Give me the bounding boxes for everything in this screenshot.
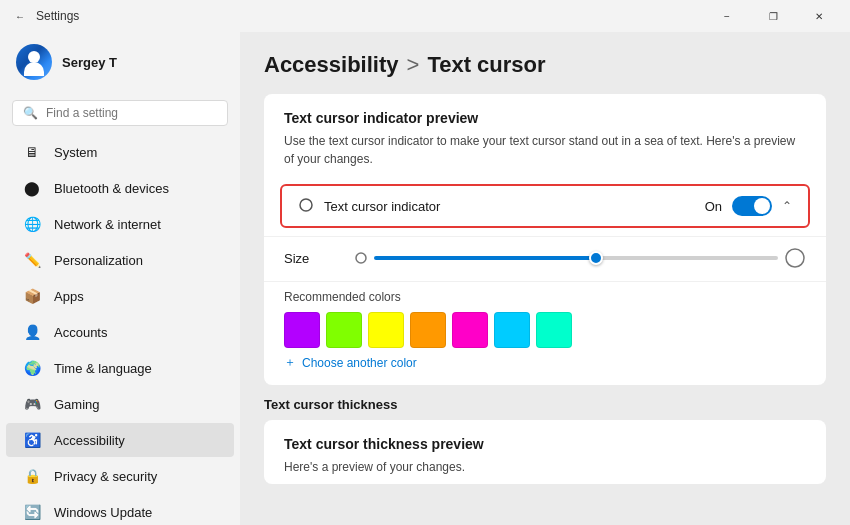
sidebar-item-label: Time & language (54, 361, 152, 376)
window-title: Settings (36, 9, 79, 23)
color-swatch[interactable] (410, 312, 446, 348)
apps-icon: 📦 (22, 286, 42, 306)
size-slider-container (354, 247, 806, 269)
color-swatch[interactable] (494, 312, 530, 348)
sidebar-item-windowsupdate[interactable]: 🔄 Windows Update (6, 495, 234, 525)
toggle-on-label: On (705, 199, 722, 214)
color-swatch[interactable] (452, 312, 488, 348)
color-swatch[interactable] (536, 312, 572, 348)
sidebar: Sergey T 🔍 🖥 System ⬤ Bluetooth & device… (0, 32, 240, 525)
back-button[interactable]: ← (12, 8, 28, 24)
thickness-card-desc: Here's a preview of your changes. (284, 458, 806, 476)
accessibility-icon: ♿ (22, 430, 42, 450)
sidebar-item-apps[interactable]: 📦 Apps (6, 279, 234, 313)
color-swatch[interactable] (326, 312, 362, 348)
sidebar-item-bluetooth[interactable]: ⬤ Bluetooth & devices (6, 171, 234, 205)
user-name: Sergey T (62, 55, 117, 70)
toggle-row: Text cursor indicator On ⌃ (280, 184, 810, 228)
main-content: Accessibility > Text cursor Text cursor … (240, 32, 850, 525)
size-label: Size (284, 251, 344, 266)
minimize-button[interactable]: − (704, 0, 750, 32)
card-header: Text cursor indicator preview Use the te… (264, 94, 826, 176)
system-icon: 🖥 (22, 142, 42, 162)
sidebar-item-accounts[interactable]: 👤 Accounts (6, 315, 234, 349)
preview-card-desc: Use the text cursor indicator to make yo… (284, 132, 806, 168)
accounts-icon: 👤 (22, 322, 42, 342)
titlebar: ← Settings − ❐ ✕ (0, 0, 850, 32)
sidebar-item-label: Gaming (54, 397, 100, 412)
sidebar-item-label: Windows Update (54, 505, 152, 520)
svg-point-0 (300, 199, 312, 211)
plus-icon: ＋ (284, 354, 296, 371)
thickness-card: Text cursor thickness preview Here's a p… (264, 420, 826, 484)
sidebar-item-label: Accessibility (54, 433, 125, 448)
window-controls: − ❐ ✕ (704, 0, 842, 32)
sidebar-item-label: System (54, 145, 97, 160)
sidebar-item-gaming[interactable]: 🎮 Gaming (6, 387, 234, 421)
sidebar-item-accessibility[interactable]: ♿ Accessibility (6, 423, 234, 457)
thickness-section-label: Text cursor thickness (264, 397, 826, 412)
cursor-indicator-toggle[interactable] (732, 196, 772, 216)
search-icon: 🔍 (23, 106, 38, 120)
sidebar-item-label: Bluetooth & devices (54, 181, 169, 196)
titlebar-left: ← Settings (12, 8, 79, 24)
close-button[interactable]: ✕ (796, 0, 842, 32)
sidebar-item-label: Personalization (54, 253, 143, 268)
colors-row: Recommended colors ＋ Choose another colo… (264, 281, 826, 385)
titlebar-nav: ← (12, 8, 28, 24)
privacy-icon: 🔒 (22, 466, 42, 486)
sidebar-item-personalization[interactable]: ✏️ Personalization (6, 243, 234, 277)
thickness-card-title: Text cursor thickness preview (284, 436, 806, 452)
user-profile[interactable]: Sergey T (0, 32, 240, 92)
sidebar-item-label: Network & internet (54, 217, 161, 232)
app-body: Sergey T 🔍 🖥 System ⬤ Bluetooth & device… (0, 32, 850, 525)
avatar (16, 44, 52, 80)
sidebar-item-label: Accounts (54, 325, 107, 340)
cursor-large-icon (784, 247, 806, 269)
cursor-indicator-icon (298, 197, 314, 216)
color-swatch[interactable] (368, 312, 404, 348)
restore-button[interactable]: ❐ (750, 0, 796, 32)
svg-point-2 (786, 249, 804, 267)
breadcrumb: Accessibility > Text cursor (264, 52, 826, 78)
cursor-small-icon (354, 251, 368, 265)
size-slider[interactable] (374, 256, 778, 260)
network-icon: 🌐 (22, 214, 42, 234)
preview-card-title: Text cursor indicator preview (284, 110, 806, 126)
breadcrumb-separator: > (407, 52, 420, 78)
sidebar-item-privacy[interactable]: 🔒 Privacy & security (6, 459, 234, 493)
bluetooth-icon: ⬤ (22, 178, 42, 198)
windowsupdate-icon: 🔄 (22, 502, 42, 522)
sidebar-item-label: Apps (54, 289, 84, 304)
gaming-icon: 🎮 (22, 394, 42, 414)
color-swatches (284, 312, 806, 348)
search-input[interactable] (46, 106, 217, 120)
thickness-card-header: Text cursor thickness preview Here's a p… (264, 420, 826, 484)
color-swatch[interactable] (284, 312, 320, 348)
sidebar-item-system[interactable]: 🖥 System (6, 135, 234, 169)
personalization-icon: ✏️ (22, 250, 42, 270)
sidebar-item-network[interactable]: 🌐 Network & internet (6, 207, 234, 241)
breadcrumb-current: Text cursor (427, 52, 545, 78)
breadcrumb-parent[interactable]: Accessibility (264, 52, 399, 78)
add-color-button[interactable]: ＋ Choose another color (284, 354, 806, 371)
search-box[interactable]: 🔍 (12, 100, 228, 126)
svg-point-1 (356, 253, 366, 263)
time-icon: 🌍 (22, 358, 42, 378)
colors-label: Recommended colors (284, 290, 806, 304)
chevron-up-icon[interactable]: ⌃ (782, 199, 792, 213)
toggle-row-label: Text cursor indicator (324, 199, 705, 214)
sidebar-item-time[interactable]: 🌍 Time & language (6, 351, 234, 385)
add-color-label: Choose another color (302, 356, 417, 370)
preview-card: Text cursor indicator preview Use the te… (264, 94, 826, 385)
slider-thumb (589, 251, 603, 265)
sidebar-item-label: Privacy & security (54, 469, 157, 484)
size-row: Size (264, 236, 826, 281)
